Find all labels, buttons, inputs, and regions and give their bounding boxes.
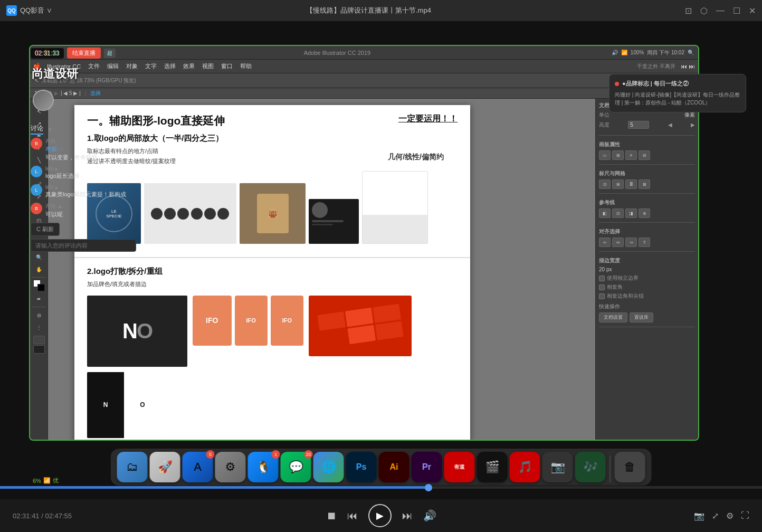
align-icon-3[interactable]: ⇒ (625, 238, 637, 247)
color-fill-stroke[interactable] (33, 280, 45, 291)
youdao-icon: 有道 (454, 463, 465, 471)
align-icon-1[interactable]: ⇐ (599, 238, 611, 247)
volume-button[interactable]: 🔊 (423, 509, 436, 522)
dock-photoshop[interactable]: Ps (346, 452, 377, 482)
screenshot-icon[interactable]: 📷 (694, 511, 704, 521)
stop-button[interactable]: ⏹ (326, 510, 337, 522)
close-icon[interactable]: ✕ (749, 6, 756, 16)
avatar-4: B (31, 203, 42, 214)
dock-launchpad[interactable]: 🚀 (150, 452, 180, 482)
play-button[interactable]: ▶ (368, 504, 392, 527)
menu-object[interactable]: 对象 (123, 61, 141, 71)
panel-stroke: 描边宽度 20 px 使用独立边界 相套角 (599, 257, 695, 327)
menu-effect[interactable]: 效果 (180, 61, 198, 71)
dock-appstore[interactable]: A 5 (183, 452, 213, 482)
chat-input[interactable] (31, 239, 136, 252)
trash-icon: 🗑 (624, 460, 636, 474)
dock-wechat[interactable]: 💬 20 (281, 452, 311, 482)
stream-timer: 02:31:33 (31, 48, 64, 59)
chat-panel: 讨论 ▼ B 布前 ··· 布前 ··· 可以变要，奇奇怪怪 L lele▲ l… (31, 124, 136, 252)
artboard-icon-3[interactable]: ≡ (625, 150, 637, 160)
artboard-icon-2[interactable]: ⊞ (612, 150, 624, 160)
wifi-icon: 📶 (621, 50, 627, 55)
desc-3: 加品牌色/填充或者描边 (87, 279, 163, 289)
prev-button[interactable]: ⏮ (347, 510, 358, 522)
artboard-icon-4[interactable]: ⊟ (639, 150, 650, 160)
dock-trash[interactable]: 🗑 (615, 452, 645, 482)
menu-window[interactable]: 窗口 (218, 61, 236, 71)
signal-quality: 优 (53, 477, 59, 484)
ruler-icon-3[interactable]: ≣ (625, 179, 637, 189)
guide-icon-2[interactable]: ⊡ (612, 208, 624, 218)
refresh-button[interactable]: C 刷新 (31, 223, 60, 236)
dock-colorsync[interactable]: 🎶 (575, 452, 606, 482)
fullscreen-icon[interactable]: ⛶ (741, 511, 749, 520)
minimize-icon[interactable]: — (716, 6, 725, 15)
img-bag: 👜 (240, 183, 306, 244)
dock-finder[interactable]: 🗂 (117, 452, 148, 482)
msg-content-1: 布前 ··· 布前 ··· 可以变要，奇奇怪怪 (45, 138, 136, 162)
guide-icon-1[interactable]: ◧ (599, 208, 611, 218)
dock-chrome[interactable]: 🌐 (313, 452, 344, 482)
tool-swap[interactable]: ⇄ (32, 293, 46, 305)
dock-youdao[interactable]: 有道 (444, 452, 475, 482)
end-live-button[interactable]: 结束直播 (67, 48, 101, 59)
next-button[interactable]: ⏭ (402, 510, 413, 522)
dock-premiere[interactable]: Pr (412, 452, 442, 482)
stream-avatar[interactable] (33, 90, 54, 111)
tab-dropdown[interactable]: ▼ (47, 127, 53, 132)
launchpad-icon: 🚀 (158, 460, 172, 474)
menu-file[interactable]: 文件 (85, 61, 103, 71)
player-right-controls: 📷 ⤢ ⚙ ⛶ (675, 511, 749, 521)
dock-settings[interactable]: ⚙ (215, 452, 246, 482)
nav-prev[interactable]: ◀ (668, 122, 672, 128)
artboard-icon-1[interactable]: ▭ (599, 150, 611, 160)
align-icon-4[interactable]: ⇑ (639, 238, 650, 247)
ruler-icon-2[interactable]: ⊞ (612, 179, 624, 189)
cb1-checkbox[interactable] (599, 276, 605, 281)
menu-help[interactable]: 帮助 (237, 61, 255, 71)
msg-link-1: 布前 ··· (45, 145, 136, 153)
progress-container[interactable] (0, 486, 762, 489)
width-row: 高度 ◀ ▶ (599, 121, 695, 129)
ruler-icon-1[interactable]: ⊡ (599, 179, 611, 189)
discussion-tab[interactable]: 讨论 (31, 124, 43, 135)
wechat-badge: 20 (304, 450, 312, 459)
menu-view[interactable]: 视图 (199, 61, 217, 71)
ai-center-label: 千里之外 不离开 (637, 63, 675, 70)
cb3-checkbox[interactable] (599, 293, 605, 299)
width-input[interactable] (628, 121, 649, 129)
guide-icon-4[interactable]: ⊛ (639, 208, 650, 218)
guide-icon-3[interactable]: ◨ (625, 208, 637, 218)
align-icon-2[interactable]: ⇔ (612, 238, 624, 247)
library-btn[interactable]: 置设库 (630, 312, 653, 322)
ruler-icon-4[interactable]: ⊠ (639, 179, 650, 189)
maximize-icon[interactable]: ☐ (733, 6, 740, 16)
tool-hand[interactable]: ✋ (32, 263, 46, 275)
search-icon[interactable]: 🔍 (688, 50, 694, 55)
cb2-checkbox[interactable] (599, 284, 605, 290)
menu-select[interactable]: 选择 (161, 61, 179, 71)
app-name[interactable]: QQ影音 ∨ (20, 6, 52, 15)
dock-qq[interactable]: 🐧 1 (248, 452, 279, 482)
dock-music163[interactable]: 🎵 (510, 452, 540, 482)
dock-finalcut[interactable]: 🎬 (477, 452, 508, 482)
menu-edit[interactable]: 编辑 (104, 61, 122, 71)
zoom-icon[interactable]: ⤢ (712, 511, 719, 521)
doc-settings-btn[interactable]: 文档设置 (599, 312, 627, 322)
player-controls: ⏹ ⏮ ▶ ⏭ 🔊 (326, 504, 436, 527)
progress-knob[interactable] (425, 484, 432, 491)
cast-icon[interactable]: ⬡ (700, 6, 708, 16)
dock-illustrator[interactable]: Ai (379, 452, 409, 482)
menu-text[interactable]: 文字 (142, 61, 160, 71)
chat-messages: B 布前 ··· 布前 ··· 可以变要，奇奇怪怪 L lele▲ logo延长… (31, 138, 136, 218)
settings-icon[interactable]: ⚙ (726, 511, 734, 521)
tool-refl[interactable]: ⊝ (32, 309, 46, 321)
dock-photos[interactable]: 📷 (542, 452, 573, 482)
nav-next[interactable]: ▶ (691, 122, 695, 128)
bookmark-icon[interactable]: ⊡ (685, 6, 692, 16)
tool-zoom[interactable]: 🔍 (32, 251, 46, 263)
tool-more[interactable]: ⋮ (32, 321, 46, 333)
unit-value: 像素 (684, 111, 695, 119)
chrome-icon: 🌐 (321, 460, 336, 474)
